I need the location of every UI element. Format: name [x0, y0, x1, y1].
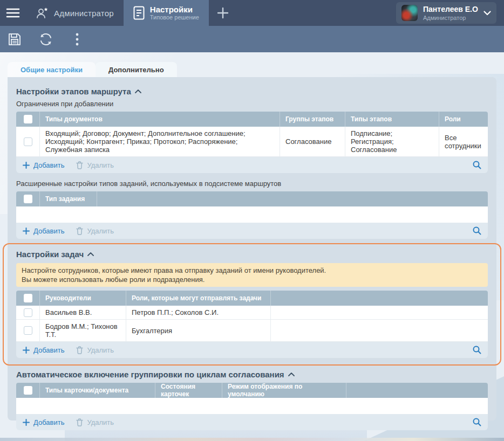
empty-table-body[interactable] — [16, 398, 488, 414]
empty-table-body[interactable] — [16, 206, 488, 223]
person-star-icon — [36, 6, 49, 19]
new-tab-button[interactable] — [209, 0, 237, 26]
section-route-stages: Настройки этапов маршрута Ограничения пр… — [8, 87, 496, 239]
hamburger-icon — [6, 8, 20, 18]
tab-additional[interactable]: Дополнительно — [96, 62, 177, 77]
table-row[interactable]: Входящий; Договор; Документ; Дополнитель… — [16, 127, 488, 157]
delete-button-label: Удалить — [87, 418, 114, 426]
collapse-chevron-up-icon[interactable] — [87, 252, 94, 256]
row-checkbox[interactable] — [24, 308, 32, 317]
delete-button[interactable]: Удалить — [76, 227, 114, 235]
header-checkbox-cell — [16, 383, 40, 398]
column-header: Руководители — [40, 291, 126, 306]
highlighted-section-tasks: Настройки задач Настройте сотрудников, к… — [3, 243, 501, 366]
column-header: Режим отображения по умолчанию — [222, 383, 346, 398]
vertical-dots-icon — [76, 33, 79, 46]
row-checkbox[interactable] — [24, 137, 32, 146]
settings-panel: Настройки этапов маршрута Ограничения пр… — [8, 77, 496, 421]
section-tasks-header[interactable]: Настройки задач — [16, 250, 488, 259]
more-actions-button[interactable] — [68, 30, 86, 49]
grouping-table: Типы карточки/документа Состояния карточ… — [16, 383, 488, 430]
select-all-checkbox[interactable] — [24, 115, 32, 123]
delete-button-label: Удалить — [87, 346, 114, 354]
plus-icon — [23, 162, 30, 169]
delete-button[interactable]: Удалить — [76, 418, 114, 426]
column-header-empty — [97, 191, 488, 206]
tab-additional-label: Дополнительно — [108, 66, 164, 74]
search-button[interactable] — [473, 346, 481, 354]
row-checkbox[interactable] — [24, 326, 32, 335]
add-button-label: Добавить — [33, 227, 64, 235]
user-menu[interactable]: Пантелеев Е.О Администратор — [396, 2, 496, 24]
restrictions-subtitle: Ограничения при добавлении — [16, 100, 488, 108]
column-header-empty — [271, 291, 488, 306]
column-header: Группы этапов — [280, 112, 345, 127]
save-icon — [8, 32, 22, 46]
delete-button[interactable]: Удалить — [76, 346, 114, 354]
action-toolbar — [0, 26, 504, 52]
search-button[interactable] — [473, 161, 481, 169]
search-button[interactable] — [473, 418, 481, 426]
settings-page-tabs: Общие настройки Дополнительно — [8, 62, 177, 77]
collapse-chevron-up-icon[interactable] — [135, 89, 141, 93]
add-button[interactable]: Добавить — [23, 227, 64, 235]
tasks-notice-line1: Настройте сотрудников, которые имеют пра… — [22, 266, 482, 275]
cell-empty — [271, 306, 488, 319]
task-types-table: Тип задания Добавить Удалить — [16, 191, 488, 239]
table-footer: Добавить Удалить — [16, 414, 488, 430]
section-tasks-title: Настройки задач — [16, 250, 84, 259]
add-button-label: Добавить — [33, 346, 64, 354]
select-all-checkbox[interactable] — [24, 386, 32, 395]
search-icon — [473, 161, 481, 169]
tab-settings[interactable]: Настройки Типовое решение — [124, 0, 209, 26]
table-row[interactable]: Бодров М.М.; Тихонов Т.Т. Бухгалтерия — [16, 320, 488, 342]
bottom-edge-strip — [0, 438, 504, 441]
select-all-checkbox[interactable] — [24, 195, 32, 203]
refresh-button[interactable] — [37, 30, 55, 49]
trash-icon — [76, 227, 83, 235]
document-icon — [133, 6, 145, 20]
column-header: Тип задания — [40, 191, 97, 206]
tab-general-settings-label: Общие настройки — [21, 66, 83, 74]
section-grouping-header[interactable]: Автоматическое включение группировки по … — [16, 370, 488, 379]
header-checkbox-cell — [16, 112, 40, 127]
tab-administrator[interactable]: Администратор — [26, 0, 124, 26]
plus-icon — [23, 347, 30, 354]
add-button[interactable]: Добавить — [23, 346, 64, 354]
search-icon — [473, 418, 481, 426]
cell-empty — [271, 320, 488, 341]
collapse-chevron-up-icon[interactable] — [288, 373, 295, 376]
tasks-notice-line2: Вы можете использовать любые роли и подр… — [22, 275, 482, 284]
plus-icon — [23, 419, 30, 426]
table-header-row: Типы документов Группы этапов Типы этапо… — [16, 112, 488, 127]
delete-button[interactable]: Удалить — [76, 161, 114, 169]
column-header: Типы этапов — [345, 112, 439, 127]
add-button-label: Добавить — [33, 418, 64, 426]
column-header: Типы карточки/документа — [40, 383, 155, 398]
section-grouping: Автоматическое включение группировки по … — [8, 370, 496, 430]
refresh-icon — [38, 32, 53, 46]
cell-roles: Все сотрудники — [439, 127, 488, 156]
row-checkbox-cell — [16, 306, 40, 319]
search-button[interactable] — [473, 226, 481, 235]
top-bar: Администратор Настройки Типовое решение … — [0, 0, 504, 26]
table-row[interactable]: Васильев В.В. Петров П.П.; Соколов С.И. — [16, 306, 488, 320]
section-route-stages-header[interactable]: Настройки этапов маршрута — [16, 87, 488, 96]
cell-roles: Петров П.П.; Соколов С.И. — [126, 306, 271, 319]
avatar — [401, 5, 418, 21]
table-footer: Добавить Удалить — [16, 157, 488, 173]
content-area: Общие настройки Дополнительно Настройки … — [0, 52, 504, 441]
select-all-checkbox[interactable] — [24, 294, 32, 302]
table-header-row: Руководители Роли, которые могут отправл… — [16, 291, 488, 306]
save-button[interactable] — [5, 30, 24, 49]
cell-stage-groups: Согласование — [280, 127, 345, 156]
add-button[interactable]: Добавить — [23, 161, 64, 169]
hamburger-menu-button[interactable] — [0, 0, 26, 26]
tab-general-settings[interactable]: Общие настройки — [8, 62, 96, 77]
add-button[interactable]: Добавить — [23, 418, 64, 426]
plus-icon — [23, 228, 30, 235]
column-header-empty — [346, 383, 488, 398]
row-checkbox-cell — [16, 320, 40, 341]
table-header-row: Типы карточки/документа Состояния карточ… — [16, 383, 488, 398]
delete-button-label: Удалить — [87, 161, 114, 169]
